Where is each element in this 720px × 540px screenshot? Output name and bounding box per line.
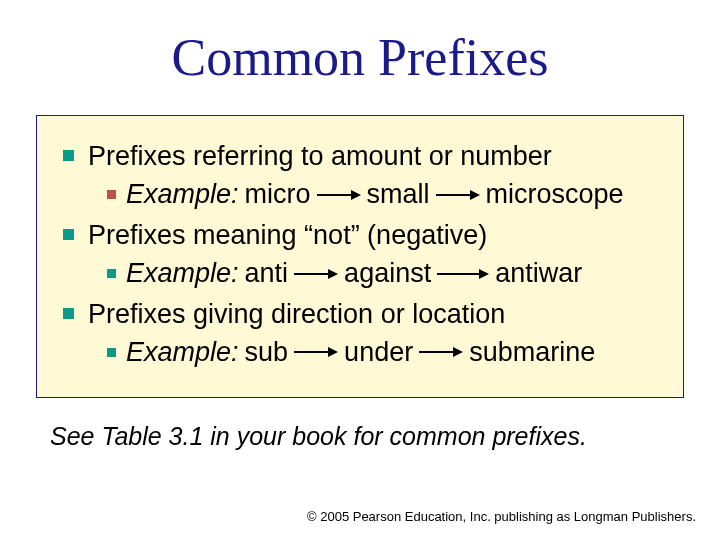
arrow-icon: [437, 267, 489, 281]
item-heading: Prefixes meaning “not” (negative): [88, 217, 487, 253]
example-word-2: small: [367, 176, 430, 212]
example-line: Example: micro small microscope: [107, 176, 663, 212]
arrow-icon: [294, 345, 338, 359]
bullet-icon: [63, 229, 74, 240]
list-item: Prefixes meaning “not” (negative): [63, 217, 663, 253]
slide: Common Prefixes Prefixes referring to am…: [0, 0, 720, 540]
example-word-1: anti: [245, 255, 289, 291]
bullet-icon: [63, 308, 74, 319]
example-line: Example: sub under submarine: [107, 334, 663, 370]
bullet-icon: [107, 348, 116, 357]
content-box: Prefixes referring to amount or number E…: [36, 115, 684, 398]
svg-marker-5: [328, 269, 338, 279]
example-word-3: antiwar: [495, 255, 582, 291]
bullet-icon: [107, 269, 116, 278]
item-heading: Prefixes referring to amount or number: [88, 138, 552, 174]
example-line: Example: anti against antiwar: [107, 255, 663, 291]
copyright: © 2005 Pearson Education, Inc. publishin…: [307, 509, 696, 524]
svg-marker-11: [453, 347, 463, 357]
bullet-icon: [107, 190, 116, 199]
arrow-icon: [317, 188, 361, 202]
item-heading: Prefixes giving direction or location: [88, 296, 505, 332]
svg-marker-9: [328, 347, 338, 357]
example-word-1: sub: [245, 334, 289, 370]
example-label: Example:: [126, 176, 239, 212]
example-word-1: micro: [245, 176, 311, 212]
example-label: Example:: [126, 255, 239, 291]
example-word-2: against: [344, 255, 431, 291]
svg-marker-7: [479, 269, 489, 279]
example-word-3: submarine: [469, 334, 595, 370]
example-word-2: under: [344, 334, 413, 370]
svg-marker-3: [470, 190, 480, 200]
example-word-3: microscope: [486, 176, 624, 212]
list-item: Prefixes giving direction or location: [63, 296, 663, 332]
example-label: Example:: [126, 334, 239, 370]
bullet-icon: [63, 150, 74, 161]
arrow-icon: [436, 188, 480, 202]
slide-title: Common Prefixes: [36, 28, 684, 87]
footnote: See Table 3.1 in your book for common pr…: [50, 422, 684, 451]
arrow-icon: [419, 345, 463, 359]
arrow-icon: [294, 267, 338, 281]
svg-marker-1: [351, 190, 361, 200]
list-item: Prefixes referring to amount or number: [63, 138, 663, 174]
